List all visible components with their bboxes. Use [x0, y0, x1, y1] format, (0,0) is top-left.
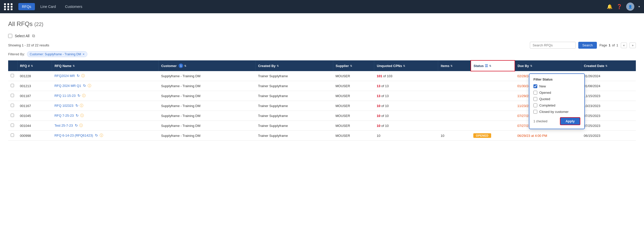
rfq-name-link[interactable]: RFQ 7-25-23 [55, 114, 74, 117]
customer-filter-badge: 1 [179, 63, 183, 68]
customer-cell: Supplyframe - Training DM [158, 111, 255, 121]
nav-icons-group: 🔔 ❓ 👤 ▾ [607, 3, 640, 11]
filter-checkbox-2[interactable] [533, 97, 537, 101]
search-input[interactable] [530, 42, 576, 49]
info-icon[interactable]: ⓘ [88, 84, 91, 88]
unquoted-value: 13 [377, 84, 380, 88]
sort-icon-rfq[interactable]: ⇅ [31, 64, 33, 67]
row-checkbox[interactable] [11, 104, 14, 107]
apply-button[interactable]: Apply [560, 117, 580, 125]
sort-icon-due-by[interactable]: ⇅ [530, 64, 532, 67]
avatar-placeholder: 👤 [628, 5, 632, 9]
row-checkbox[interactable] [11, 94, 14, 97]
filter-by-label: Filtered By: [8, 52, 25, 56]
created-date-cell: 01/26/2024 [581, 71, 636, 81]
created-by-cell: Trainer Supplyframe [256, 111, 333, 121]
info-icon[interactable]: ⓘ [81, 74, 85, 78]
prev-page-button[interactable]: « [621, 43, 627, 48]
supplier-cell: MOUSER [333, 111, 374, 121]
nav-linecard[interactable]: Line Card [37, 3, 60, 10]
rfq-name-link[interactable]: RFQ2024 MR [55, 74, 75, 78]
sort-icon-created-date[interactable]: ⇅ [605, 64, 607, 67]
items-cell [438, 81, 471, 91]
due-by-cell: 06/29/23 at 4:00 PM [515, 131, 581, 141]
items-cell [438, 121, 471, 131]
row-checkbox[interactable] [11, 74, 14, 77]
info-icon[interactable]: ⓘ [80, 113, 84, 117]
customer-cell: Supplyframe - Training DM [158, 91, 255, 101]
filter-checkbox-1[interactable] [533, 91, 537, 95]
created-by-cell: Trainer Supplyframe [256, 81, 333, 91]
nav-customers[interactable]: Customers [61, 3, 86, 10]
unquoted-cell: 101 of 103 [374, 71, 438, 81]
info-icon[interactable]: ⓘ [100, 133, 103, 137]
refresh-icon[interactable]: ↻ [75, 103, 78, 108]
unquoted-value: 10 [377, 104, 380, 108]
sort-icon-name[interactable]: ⇅ [73, 64, 75, 67]
help-icon[interactable]: ❓ [616, 4, 622, 9]
unquoted-value: 101 [377, 74, 382, 78]
unquoted-value: 10 [377, 124, 380, 128]
row-checkbox-cell [8, 111, 17, 121]
rfq-name-link[interactable]: Test 25-7-23 [55, 124, 73, 127]
refresh-icon[interactable]: ↻ [77, 74, 80, 78]
rfq-name-cell: RFQ 7-25-23 ↻ ⓘ [52, 111, 159, 121]
sort-icon-supplier[interactable]: ⇅ [350, 64, 352, 67]
copy-icon[interactable]: ⧉ [32, 34, 35, 38]
refresh-icon[interactable]: ↻ [76, 113, 79, 117]
row-checkbox-cell [8, 71, 17, 81]
row-checkbox[interactable] [11, 84, 14, 87]
info-icon[interactable]: ⓘ [80, 103, 83, 108]
unquoted-value: 10 [377, 114, 380, 118]
row-checkbox[interactable] [11, 124, 14, 127]
next-page-button[interactable]: » [629, 43, 636, 48]
filter-checkbox-0[interactable] [533, 84, 537, 88]
sort-icon-created-by[interactable]: ⇅ [277, 64, 279, 67]
sort-icon-items[interactable]: ⇅ [450, 64, 452, 67]
sort-icon-unquoted[interactable]: ⇅ [403, 64, 405, 67]
avatar[interactable]: 👤 [626, 3, 634, 11]
customer-cell: Supplyframe - Training DM [158, 71, 255, 81]
unquoted-cell: 13 of 13 [374, 81, 438, 91]
bell-icon[interactable]: 🔔 [607, 4, 612, 9]
select-all-checkbox[interactable] [8, 34, 12, 38]
status-cell [471, 91, 515, 101]
unquoted-cell: 10 of 10 [374, 101, 438, 111]
row-checkbox[interactable] [11, 134, 14, 137]
filter-option-label: New [539, 84, 546, 88]
filter-options: New Opened Quoted Completed Closed by cu… [533, 84, 580, 114]
select-all-label[interactable]: Select All [15, 34, 30, 38]
filter-checkbox-3[interactable] [533, 103, 537, 107]
rfq-name-link[interactable]: RFQ 11-15-23 [55, 94, 76, 98]
status-filter-icon[interactable]: ☰ [485, 64, 488, 68]
unquoted-cell: 10 of 10 [374, 121, 438, 131]
search-area: Search Page 1 of 1 « » [530, 42, 636, 49]
created-date-cell: 11/15/2023 [581, 91, 636, 101]
chevron-down-icon[interactable]: ▾ [638, 5, 640, 8]
items-cell [438, 101, 471, 111]
info-icon[interactable]: ⓘ [79, 123, 83, 127]
rfq-name-link[interactable]: RFQ 2024 MR Q1 [55, 84, 81, 88]
filter-checkbox-4[interactable] [533, 110, 537, 114]
rfq-name-link[interactable]: RFQ 6-14-23 (RFQ61423) [55, 134, 93, 137]
status-cell: OPENED [471, 131, 515, 141]
row-checkbox[interactable] [11, 114, 14, 117]
rfq-name-link[interactable]: RFQ 102323 [55, 104, 73, 108]
sort-icon-status[interactable]: ⇅ [489, 64, 491, 67]
app-grid-icon[interactable] [4, 3, 13, 10]
info-icon[interactable]: ⓘ [82, 94, 86, 98]
refresh-icon[interactable]: ↻ [83, 84, 86, 88]
filter-chip[interactable]: Customer: Supplyframe - Training DM × [27, 51, 87, 57]
refresh-icon[interactable]: ↻ [95, 133, 98, 137]
created-by-cell: Trainer Supplyframe [256, 71, 333, 81]
status-cell [471, 101, 515, 111]
nav-rfqs[interactable]: RFQs [18, 3, 35, 10]
sort-icon-customer[interactable]: ⇅ [184, 64, 186, 67]
status-cell [471, 71, 515, 81]
supplier-cell: MOUSER [333, 131, 374, 141]
status-cell [471, 81, 515, 91]
refresh-icon[interactable]: ↻ [75, 123, 78, 127]
search-button[interactable]: Search [578, 42, 597, 49]
filter-chip-close[interactable]: × [83, 52, 85, 56]
refresh-icon[interactable]: ↻ [77, 94, 81, 98]
